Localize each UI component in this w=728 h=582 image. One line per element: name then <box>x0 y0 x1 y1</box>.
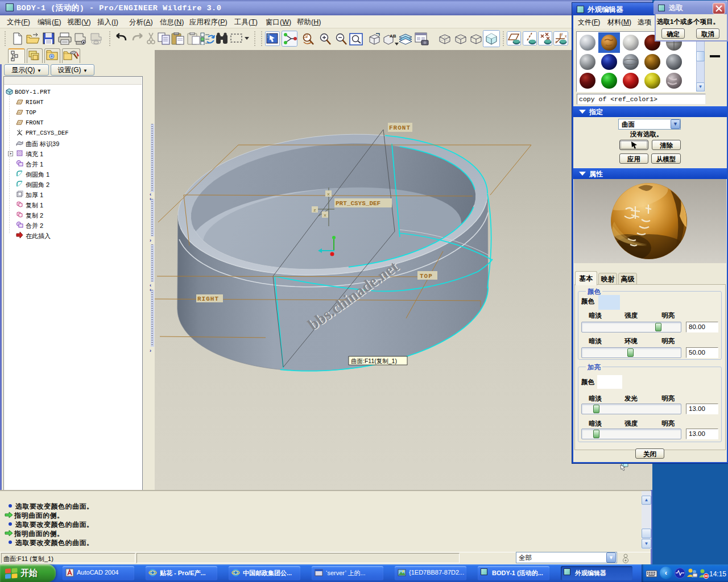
svg-text:TOP: TOP <box>420 273 433 280</box>
svg-text:RIGHT: RIGHT <box>197 296 219 302</box>
svg-text:z: z <box>555 40 557 44</box>
svg-text:PRT_CSYS_DEF: PRT_CSYS_DEF <box>336 200 380 207</box>
svg-text:x: x <box>565 34 567 38</box>
svg-text:x: x <box>327 192 330 197</box>
svg-text:z: z <box>313 207 316 213</box>
svg-text:FRONT: FRONT <box>389 124 411 131</box>
svg-text:x: x <box>324 213 326 218</box>
svg-text:y: y <box>561 32 563 36</box>
svg-text:曲面:F11(复制_1): 曲面:F11(复制_1) <box>351 357 397 364</box>
svg-text:AB: AB <box>390 34 396 39</box>
